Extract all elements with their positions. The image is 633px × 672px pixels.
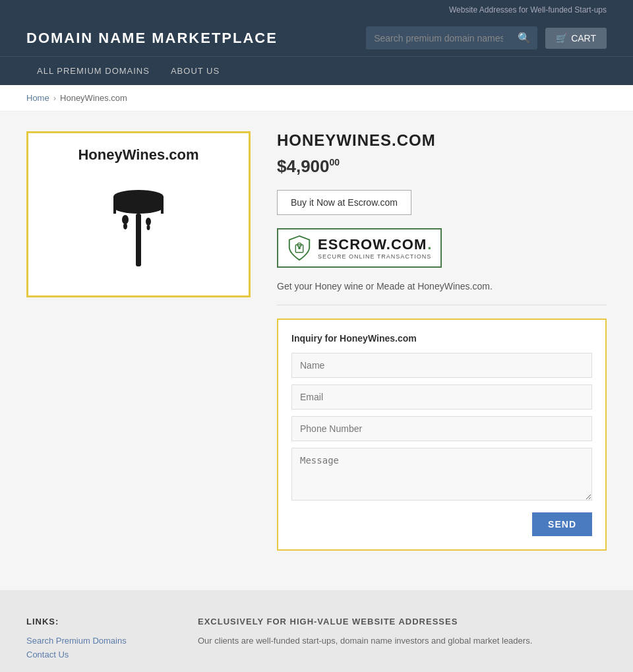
breadcrumb-home[interactable]: Home [26, 93, 49, 103]
honey-dipper-icon [42, 177, 235, 282]
inquiry-message-input[interactable] [291, 448, 592, 501]
product-image-box: HoneyWines.com [26, 131, 251, 297]
escrow-box: ESCROW.COM. SECURE ONLINE TRANSACTIONS [277, 228, 442, 268]
escrow-sub: SECURE ONLINE TRANSACTIONS [318, 253, 431, 260]
send-button[interactable]: SEND [532, 512, 592, 536]
inquiry-name-input[interactable] [291, 353, 592, 378]
buy-now-button[interactable]: Buy it Now at Escrow.com [277, 190, 411, 215]
search-form: 🔍 [366, 26, 537, 49]
cart-label: CART [571, 33, 596, 44]
escrow-dot: . [427, 236, 431, 253]
escrow-name-row: ESCROW.COM. [318, 236, 431, 253]
inquiry-form: Inquiry for HoneyWines.com SEND [277, 319, 607, 551]
svg-rect-4 [161, 197, 164, 214]
header-right: 🔍 🛒 CART [366, 26, 607, 49]
main-nav: ALL PREMIUM DOMAINS ABOUT US [0, 56, 633, 85]
svg-point-9 [147, 225, 150, 230]
footer-exclusive-title: EXCLUSIVELY FOR HIGH-VALUE WEBSITE ADDRE… [198, 617, 607, 626]
header-main: DOMAIN NAME MARKETPLACE 🔍 🛒 CART [0, 20, 633, 56]
svg-point-12 [298, 247, 301, 249]
svg-point-6 [122, 215, 129, 224]
inquiry-email-input[interactable] [291, 384, 592, 410]
escrow-text: ESCROW.COM. SECURE ONLINE TRANSACTIONS [318, 236, 431, 260]
price-cents: 00 [330, 157, 340, 168]
product-description: Get your Honey wine or Meade at HoneyWin… [277, 281, 607, 305]
price-main: $4,900 [277, 156, 330, 176]
footer-desc: Our clients are well-funded start-ups, d… [198, 636, 607, 646]
site-title: DOMAIN NAME MARKETPLACE [26, 30, 278, 47]
inquiry-title: Inquiry for HoneyWines.com [291, 333, 592, 344]
search-icon: 🔍 [518, 32, 531, 44]
product-title: HONEYWINES.COM [277, 131, 607, 150]
footer-links-title: LINKS: [26, 617, 158, 626]
cart-button[interactable]: 🛒 CART [545, 28, 607, 49]
svg-point-2 [113, 200, 164, 214]
escrow-shield-icon [287, 235, 311, 261]
main-content: HoneyWines.com [0, 131, 633, 551]
inquiry-phone-input[interactable] [291, 416, 592, 441]
product-image-name: HoneyWines.com [42, 146, 235, 164]
tagline: Website Addresses for Well-funded Start-… [449, 5, 607, 15]
svg-point-8 [146, 218, 151, 226]
footer-link-contact[interactable]: Contact Us [26, 650, 158, 659]
escrow-badge: ESCROW.COM. SECURE ONLINE TRANSACTIONS [277, 228, 607, 268]
search-input[interactable] [366, 28, 511, 49]
product-image-section: HoneyWines.com [26, 131, 251, 551]
footer-links-section: LINKS: Search Premium Domains Contact Us [26, 617, 158, 663]
footer: LINKS: Search Premium Domains Contact Us… [0, 590, 633, 672]
search-button[interactable]: 🔍 [511, 26, 537, 49]
footer-top: LINKS: Search Premium Domains Contact Us… [26, 617, 607, 663]
footer-right-section: EXCLUSIVELY FOR HIGH-VALUE WEBSITE ADDRE… [198, 617, 607, 663]
svg-point-7 [123, 223, 127, 229]
breadcrumb: Home › HoneyWines.com [0, 85, 633, 111]
svg-rect-5 [136, 214, 141, 266]
footer-link-search[interactable]: Search Premium Domains [26, 636, 158, 646]
nav-all-premium-domains[interactable]: ALL PREMIUM DOMAINS [26, 57, 160, 85]
cart-icon: 🛒 [556, 33, 567, 44]
escrow-name: ESCROW.COM [318, 236, 427, 253]
product-details: HONEYWINES.COM $4,90000 Buy it Now at Es… [277, 131, 607, 551]
product-price: $4,90000 [277, 156, 607, 177]
breadcrumb-current: HoneyWines.com [60, 93, 127, 103]
nav-about-us[interactable]: ABOUT US [160, 57, 230, 85]
honey-dipper-svg [99, 177, 178, 282]
header-tagline-bar: Website Addresses for Well-funded Start-… [0, 0, 633, 20]
svg-rect-3 [113, 197, 116, 214]
breadcrumb-separator: › [53, 93, 56, 103]
